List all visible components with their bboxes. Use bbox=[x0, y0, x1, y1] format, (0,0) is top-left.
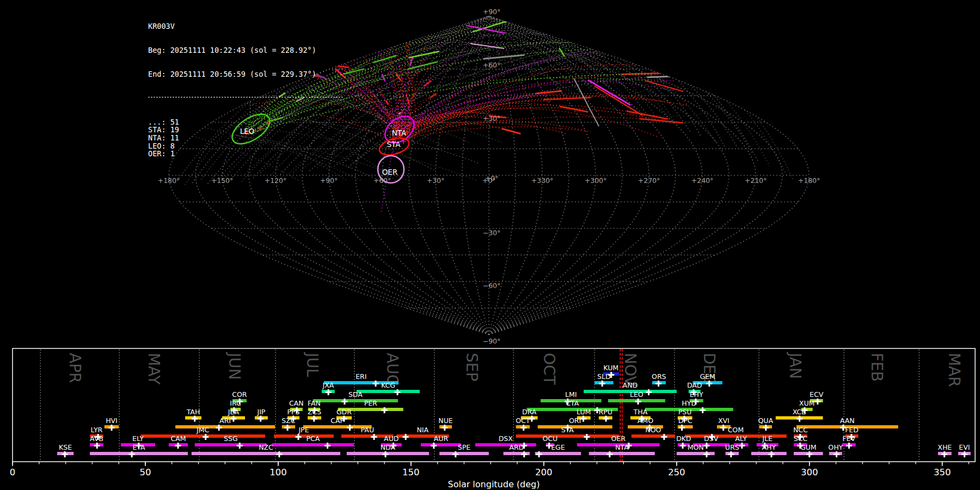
shower-label-scc: SCC bbox=[794, 434, 808, 443]
shower-label-dra: DRA bbox=[522, 408, 537, 416]
shower-label-noo: NOO bbox=[645, 426, 661, 434]
meteor-streak bbox=[536, 91, 562, 94]
month-label: SEP bbox=[463, 353, 481, 381]
x-axis-title: Solar longitude (deg) bbox=[448, 479, 540, 489]
shower-label-pps: PPS bbox=[287, 408, 299, 416]
shower-bar-pca bbox=[272, 443, 354, 446]
shower-label-aan: AAN bbox=[840, 416, 855, 425]
shower-label-lyr: LYR bbox=[91, 426, 103, 434]
shower-label-hvi: HVI bbox=[106, 416, 118, 425]
meteor-trail bbox=[530, 30, 615, 92]
shower-label-ssg: SSG bbox=[224, 434, 238, 443]
shower-label-oer: OER bbox=[611, 434, 626, 443]
shower-label-lmi: LMI bbox=[565, 390, 577, 399]
shower-label-fan: FAN bbox=[308, 399, 321, 407]
shower-label-spe: SPE bbox=[458, 443, 470, 451]
shower-label-ege: EGE bbox=[551, 443, 565, 451]
shower-label-pau: PAU bbox=[361, 426, 374, 434]
shower-bar-kcg bbox=[357, 390, 420, 393]
meteor-streak bbox=[345, 69, 365, 74]
shower-bar-nta bbox=[589, 452, 655, 455]
ra-label: +60° bbox=[373, 176, 391, 185]
shower-label-per: PER bbox=[364, 399, 377, 407]
shower-bar-sda bbox=[313, 399, 398, 402]
tick-label: 50 bbox=[139, 467, 151, 477]
shower-label-mon: MON bbox=[688, 443, 704, 451]
shower-label-avb: AVB bbox=[90, 434, 103, 443]
shower-label-nzc: NZC bbox=[259, 443, 273, 451]
shower-bar-spe bbox=[439, 452, 489, 455]
meteor-streak bbox=[640, 119, 683, 122]
meteor-streak bbox=[364, 27, 375, 39]
meridian-line bbox=[356, 16, 489, 335]
shower-label-kse: KSE bbox=[59, 443, 72, 451]
shower-label-qua: QUA bbox=[758, 416, 773, 425]
shower-label-szc: SZC bbox=[281, 416, 295, 425]
dec-label: −60° bbox=[483, 281, 501, 290]
shower-label-gem: GEM bbox=[700, 372, 715, 381]
dec-label: +90° bbox=[483, 8, 501, 16]
count-line: LEO: 8 bbox=[148, 142, 343, 150]
ra-label: +240° bbox=[691, 176, 714, 185]
ra-label: +330° bbox=[531, 176, 554, 185]
month-label: JUL bbox=[303, 352, 321, 377]
ra-label: +90° bbox=[320, 176, 338, 185]
shower-label-urs: URS bbox=[725, 443, 739, 451]
meteor-trail bbox=[547, 30, 635, 111]
plot-canvas: LEONTASTAOER+180°+150°+120°+90°+60°+30°+… bbox=[0, 0, 980, 490]
shower-label-amo: AMO bbox=[638, 416, 653, 425]
meteor-trail bbox=[394, 81, 431, 130]
shower-label-com: COM bbox=[728, 426, 744, 434]
meteor-trail bbox=[659, 39, 770, 167]
shower-label-tha: THA bbox=[633, 408, 648, 416]
shower-label-pca: PCA bbox=[306, 434, 320, 443]
shower-label-can: CAN bbox=[289, 399, 304, 407]
meteor-trail bbox=[408, 101, 550, 138]
meridian-line bbox=[489, 16, 702, 335]
count-line: NTA: 11 bbox=[148, 134, 343, 142]
count-line: STA: 19 bbox=[148, 126, 343, 134]
shower-label-oct: OCT bbox=[516, 416, 530, 425]
shower-label-irc: IRC bbox=[230, 399, 241, 407]
shower-label-dpc: DPC bbox=[678, 416, 693, 425]
shower-label-xum: XUM bbox=[799, 399, 815, 407]
tick-label: 250 bbox=[668, 467, 685, 477]
x-axis bbox=[13, 462, 969, 466]
shower-label-tah: TAH bbox=[186, 408, 200, 416]
shower-label-zcs: ZCS bbox=[308, 408, 321, 416]
shower-label-and: AND bbox=[623, 381, 638, 389]
shower-label-aly: ALY bbox=[735, 434, 747, 443]
shower-label-jpe: JPE bbox=[298, 426, 309, 434]
shower-label-dsv: DSV bbox=[704, 434, 719, 443]
shower-label-gum: GUM bbox=[800, 443, 817, 451]
shower-label-dad: DAD bbox=[687, 381, 702, 389]
end-time: End: 20251111 20:56:59 (sol = 229.37°) bbox=[148, 70, 343, 78]
shower-label-ehy: EHY bbox=[690, 390, 703, 399]
ra-label: +180° bbox=[158, 176, 180, 185]
shower-label-ori: ORI bbox=[569, 416, 581, 425]
begin-time: Beg: 20251111 10:22:43 (sol = 228.92°) bbox=[148, 46, 343, 54]
meteor-trail bbox=[396, 108, 658, 137]
radiant-label-oer: OER bbox=[382, 168, 398, 176]
ra-label: +120° bbox=[265, 176, 287, 185]
tick-label: 350 bbox=[934, 467, 951, 477]
shower-label-xcb: XCB bbox=[793, 408, 806, 416]
ra-label: +180° bbox=[798, 176, 820, 185]
shower-bar-sta bbox=[516, 434, 619, 438]
meteor-trail bbox=[592, 32, 691, 133]
shower-label-jle: JLE bbox=[762, 434, 773, 443]
shower-label-jmc: JMC bbox=[196, 426, 209, 434]
dec-label: −30° bbox=[483, 229, 501, 237]
shower-label-kum: KUM bbox=[603, 364, 618, 372]
meridian-line bbox=[489, 16, 649, 335]
shower-bar-jpe bbox=[274, 434, 334, 438]
shower-label-ard: ARD bbox=[509, 443, 524, 451]
shower-label-lum: LUM bbox=[577, 408, 591, 416]
dec-label: −90° bbox=[483, 337, 501, 345]
shower-bar-aur bbox=[421, 443, 461, 446]
meteor-trail bbox=[559, 35, 648, 117]
dec-label: +30° bbox=[483, 114, 501, 122]
shower-label-eri: ERI bbox=[356, 372, 366, 381]
meteor-trail bbox=[389, 48, 562, 68]
shower-label-nia: NIA bbox=[417, 426, 429, 434]
